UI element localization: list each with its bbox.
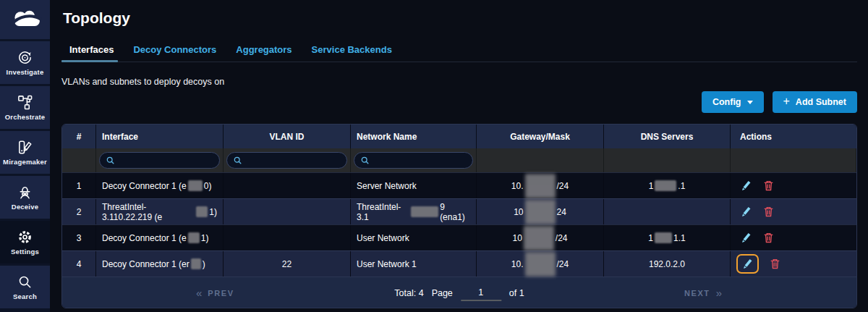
sidebar-item-orchestrate[interactable]: Orchestrate [0, 86, 50, 129]
column-search-input[interactable] [99, 152, 220, 169]
double-chevron-right-icon: » [716, 287, 722, 299]
table-filter-row [62, 148, 856, 172]
config-button-label: Config [712, 97, 741, 107]
tab-aggregators[interactable]: Aggregators [236, 41, 292, 62]
cell-dns-servers [604, 199, 731, 224]
edit-pencil-icon[interactable] [740, 232, 752, 244]
cell-network-name: Server Network [351, 173, 477, 198]
miragemaker-design-icon [17, 139, 33, 156]
prev-label: PREV [208, 288, 234, 297]
zscaler-cloud-logo-icon [9, 9, 42, 30]
delete-trash-icon[interactable] [763, 232, 774, 244]
zscaler-logo [0, 0, 50, 39]
edit-pencil-icon[interactable] [740, 180, 752, 192]
redacted-blur [524, 226, 554, 250]
table-row: 1Decoy Connector 1 (e0)Server Network10.… [62, 172, 856, 198]
row-actions [740, 206, 774, 218]
filter-cell [477, 148, 604, 172]
next-page-button[interactable]: NEXT » [684, 287, 722, 299]
cell-dns-servers: 11.1 [604, 225, 731, 250]
main-content: Topology InterfacesDecoy ConnectorsAggre… [50, 0, 868, 312]
redacted-blur [525, 252, 556, 277]
search-icon [17, 274, 33, 290]
subtitle: VLANs and subnets to deploy decoys on [61, 77, 857, 87]
pagination-summary: Total: 4 Page of 1 [394, 284, 524, 301]
column-search-input[interactable] [354, 152, 473, 169]
cell-actions [731, 173, 856, 198]
redacted-blur [191, 258, 201, 269]
column-header-dns-servers: DNS Servers [604, 125, 731, 148]
redacted-blur [655, 232, 672, 243]
sidebar-nav: InvestigateOrchestrateMiragemakerDeceive… [0, 41, 50, 311]
deceive-spy-icon [17, 184, 33, 201]
delete-trash-icon[interactable] [763, 180, 774, 192]
cell-row-number: 2 [62, 199, 96, 224]
filter-cell [224, 148, 351, 172]
cell-network-name: User Network 1 [351, 251, 477, 277]
sidebar-item-settings[interactable]: Settings [0, 221, 50, 263]
cell-network-name: User Network [351, 225, 477, 250]
prev-page-button[interactable]: « PREV [196, 287, 234, 299]
sidebar-item-label: Deceive [12, 203, 38, 211]
redacted-blur [196, 206, 208, 217]
redacted-blur [411, 206, 438, 217]
redacted-blur [188, 232, 200, 243]
settings-gear-icon [17, 229, 33, 245]
redacted-blur [655, 180, 676, 191]
table-row: 4Decoy Connector 1 (er)22User Network 11… [62, 250, 856, 277]
toolbar: Config + Add Subnet [61, 91, 857, 113]
page-title: Topology [63, 9, 857, 27]
cell-gateway-mask: 10./24 [477, 251, 604, 277]
table-body: 1Decoy Connector 1 (e0)Server Network10.… [62, 172, 856, 277]
page-number-input[interactable] [461, 284, 501, 301]
table-header-row: #InterfaceVLAN IDNetwork NameGateway/Mas… [62, 125, 856, 148]
config-button[interactable]: Config [702, 91, 764, 113]
filter-cell [604, 148, 731, 172]
redacted-blur [525, 174, 556, 198]
delete-trash-icon[interactable] [770, 258, 780, 270]
column-header-actions: Actions [731, 125, 856, 148]
cell-interface: Decoy Connector 1 (e1) [96, 225, 224, 250]
tab-decoy-connectors[interactable]: Decoy Connectors [133, 41, 216, 62]
cell-vlan-id [224, 173, 351, 198]
column-header-gateway-mask: Gateway/Mask [477, 125, 604, 148]
sidebar-item-investigate[interactable]: Investigate [0, 41, 50, 84]
page-label: Page [432, 287, 453, 298]
column-search-input[interactable] [226, 152, 347, 169]
edit-pencil-icon[interactable] [736, 254, 759, 274]
filter-cell [351, 148, 477, 172]
cell-dns-servers: 1.1 [604, 173, 731, 198]
cell-row-number: 1 [62, 173, 96, 198]
row-actions [740, 258, 780, 270]
delete-trash-icon[interactable] [763, 206, 774, 218]
sidebar-item-label: Investigate [7, 68, 44, 76]
double-chevron-left-icon: « [196, 287, 202, 299]
cell-gateway-mask: 10./24 [477, 173, 604, 198]
cell-vlan-id [224, 225, 351, 250]
pagination-bar: « PREV Total: 4 Page of 1 NEXT » [62, 277, 856, 308]
chevron-down-icon [747, 101, 753, 104]
sidebar-item-search[interactable]: Search [0, 266, 50, 308]
tab-bar: InterfacesDecoy ConnectorsAggregatorsSer… [61, 41, 857, 62]
cell-row-number: 3 [62, 225, 96, 250]
row-actions [740, 180, 774, 192]
redacted-blur [525, 200, 556, 224]
column-header-num: # [62, 125, 96, 148]
orchestrate-nodes-icon [17, 94, 33, 111]
tab-service-backends[interactable]: Service Backends [312, 41, 392, 62]
sidebar-item-deceive[interactable]: Deceive [0, 176, 50, 219]
plus-icon: + [783, 96, 790, 107]
column-search-box [99, 152, 220, 169]
sidebar-item-label: Settings [11, 248, 39, 256]
table-row: 3Decoy Connector 1 (e1)User Network10/24… [62, 224, 856, 250]
sidebar: InvestigateOrchestrateMiragemakerDeceive… [0, 0, 50, 312]
edit-pencil-icon[interactable] [740, 206, 752, 218]
interfaces-table: #InterfaceVLAN IDNetwork NameGateway/Mas… [61, 124, 857, 308]
filter-cell [62, 148, 96, 172]
sidebar-item-miragemaker[interactable]: Miragemaker [0, 131, 50, 174]
tab-interfaces[interactable]: Interfaces [69, 41, 114, 62]
column-search-box [354, 152, 473, 169]
cell-interface: Decoy Connector 1 (er) [96, 251, 224, 277]
add-subnet-button[interactable]: + Add Subnet [773, 91, 857, 113]
next-label: NEXT [684, 288, 710, 297]
